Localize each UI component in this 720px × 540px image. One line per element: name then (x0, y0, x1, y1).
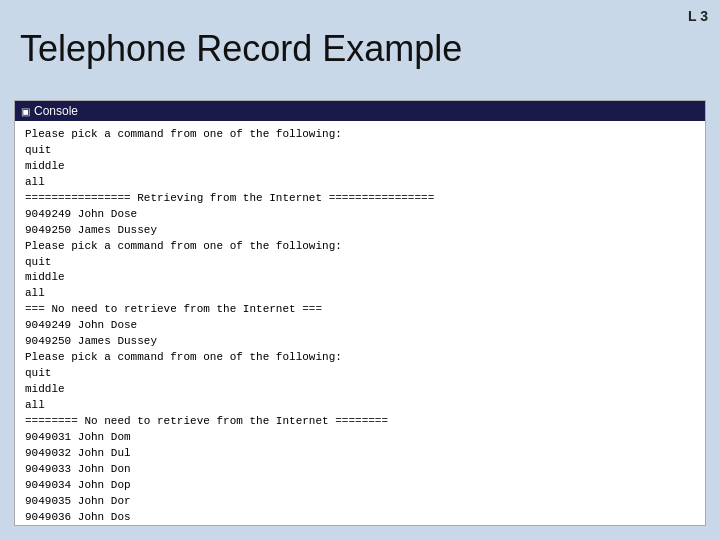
console-line: 9049250 James Dussey (25, 334, 695, 350)
console-line: all (25, 398, 695, 414)
console-line: Please pick a command from one of the fo… (25, 127, 695, 143)
console-titlebar: ▣ Console (15, 101, 705, 121)
console-line: 9049032 John Dul (25, 446, 695, 462)
console-line: ======== No need to retrieve from the In… (25, 414, 695, 430)
slide-title: Telephone Record Example (20, 28, 462, 70)
console-line: quit (25, 366, 695, 382)
console-line: 9049031 John Dom (25, 430, 695, 446)
console-line: all (25, 286, 695, 302)
page-label: L 3 (688, 8, 708, 24)
console-title-label: Console (34, 104, 78, 118)
console-line: 9049249 John Dose (25, 318, 695, 334)
console-icon: ▣ (21, 106, 30, 117)
console-line: 9049033 John Don (25, 462, 695, 478)
console-line: 9049035 John Dor (25, 494, 695, 510)
console-line: quit (25, 255, 695, 271)
console-line: all (25, 175, 695, 191)
console-window: ▣ Console Please pick a command from one… (14, 100, 706, 526)
console-body[interactable]: Please pick a command from one of the fo… (15, 121, 705, 525)
console-line: Please pick a command from one of the fo… (25, 239, 695, 255)
console-line: Please pick a command from one of the fo… (25, 350, 695, 366)
console-line: 9049249 John Dose (25, 207, 695, 223)
console-line: quit (25, 143, 695, 159)
console-line: ================ Retrieving from the Int… (25, 191, 695, 207)
console-line: middle (25, 159, 695, 175)
console-line: 9049034 John Dop (25, 478, 695, 494)
console-line: === No need to retrieve from the Interne… (25, 302, 695, 318)
console-line: 9049036 John Dos (25, 510, 695, 526)
console-line: 9049250 James Dussey (25, 223, 695, 239)
console-line: middle (25, 270, 695, 286)
console-line: middle (25, 382, 695, 398)
